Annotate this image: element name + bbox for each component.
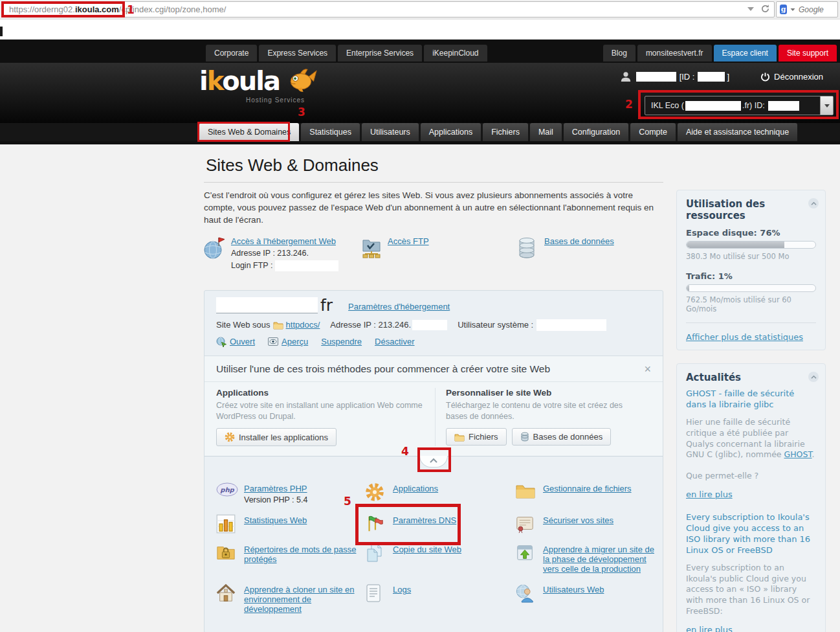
logs-link[interactable]: Logs <box>393 585 411 594</box>
tool-site-copy: Copie du site Web <box>365 545 515 574</box>
tool-clone-site: Apprendre à cloner un site en environnem… <box>216 585 365 614</box>
banner-custom-title: Personnaliser le site Web <box>446 388 641 398</box>
redacted-sysuser <box>536 319 606 331</box>
topnav-corporate[interactable]: Corporate <box>206 45 257 62</box>
banner-custom-text: Téléchargez le contenu de votre site et … <box>446 400 641 422</box>
user-id-open: [ID : <box>680 72 695 82</box>
banner-apps-text: Créez votre site en installant une appli… <box>216 400 425 422</box>
browser-chrome: https://orderng02.ikoula.com/cp/index.cg… <box>0 0 840 40</box>
select-arrow-icon[interactable] <box>820 96 833 115</box>
suspend-link[interactable]: Suspendre <box>321 337 362 346</box>
collapse-resources-icon[interactable] <box>808 198 819 209</box>
php-settings-link[interactable]: Paramètres PHP <box>244 484 307 493</box>
databases-link[interactable]: Bases de données <box>544 236 614 246</box>
search-box[interactable]: g <box>776 1 838 17</box>
folder-icon <box>515 482 537 499</box>
tab-aide-assistance[interactable]: Aide et assistance technique <box>678 123 797 141</box>
install-applications-button[interactable]: Installer les applications <box>216 428 337 446</box>
tab-utilisateurs[interactable]: Utilisateurs <box>362 123 419 141</box>
news-headline-1[interactable]: GHOST - faille de sécurité dans la libra… <box>686 389 816 411</box>
ghost-link[interactable]: GHOST <box>784 449 812 459</box>
read-more-link-2[interactable]: en lire plus <box>686 625 733 632</box>
site-header: Corporate Express Services Enterprise Se… <box>0 40 840 144</box>
hosting-settings-link[interactable]: Paramètres d'hébergement <box>348 302 450 311</box>
collapse-news-icon[interactable] <box>808 372 819 382</box>
tab-compte[interactable]: Compte <box>630 123 676 141</box>
url-toolbar: https://orderng02.ikoula.com/cp/index.cg… <box>0 0 840 19</box>
ftp-access-link[interactable]: Accès FTP <box>388 236 429 246</box>
traffic-label: Trafic: 1% <box>686 271 816 281</box>
search-engine-dropdown-icon[interactable] <box>791 8 795 10</box>
more-statistics-link[interactable]: Afficher plus de statistiques <box>686 332 803 342</box>
goldfish-icon <box>282 64 318 95</box>
copy-pages-icon <box>365 543 387 563</box>
subscription-select[interactable]: IKL Eco ( .fr) ID: <box>645 96 834 115</box>
preview-icon <box>268 337 278 346</box>
tab-fichiers[interactable]: Fichiers <box>483 123 528 141</box>
topnav-enterprise-services[interactable]: Enterprise Services <box>338 45 422 62</box>
disable-link[interactable]: Désactiver <box>375 337 414 346</box>
topnav-monsiteestvert[interactable]: monsiteestvert.fr <box>637 45 712 62</box>
protected-directories-link[interactable]: Répertoires de mots de passe protégés <box>244 545 362 564</box>
search-input[interactable] <box>799 5 834 14</box>
url-scheme: https://orderng02. <box>9 5 75 14</box>
logout-link[interactable]: Déconnexion <box>774 72 823 82</box>
getting-started-banner: Utiliser l'une de ces trois méthodes pou… <box>204 356 663 457</box>
topnav-site-support[interactable]: Site support <box>779 45 837 62</box>
files-button[interactable]: Fichiers <box>446 428 507 446</box>
topnav-express-services[interactable]: Express Services <box>259 45 336 62</box>
tab-mail[interactable]: Mail <box>530 123 562 141</box>
topnav-espace-client[interactable]: Espace client <box>714 45 777 62</box>
redacted-subscription-domain <box>685 101 741 111</box>
tool-applications: Applications <box>365 484 515 504</box>
file-manager-link[interactable]: Gestionnaire de fichiers <box>543 484 632 493</box>
tab-applications[interactable]: Applications <box>421 123 481 141</box>
tab-configuration[interactable]: Configuration <box>564 123 628 141</box>
disk-usage-label: Espace disque: 76% <box>686 228 816 238</box>
preview-link[interactable]: Aperçu <box>282 337 308 346</box>
web-users-link[interactable]: Utilisateurs Web <box>543 585 604 594</box>
tab-statistiques[interactable]: Statistiques <box>301 123 360 141</box>
power-icon <box>760 72 770 82</box>
site-copy-link[interactable]: Copie du site Web <box>393 545 461 554</box>
migrate-site-link[interactable]: Apprendre à migrer un site de la phase d… <box>543 545 659 574</box>
hosting-access-link[interactable]: Accès à l'hébergement Web <box>231 236 336 246</box>
url-domain: ikoula.com <box>75 5 119 14</box>
redacted-ftp-login <box>275 260 338 271</box>
applications-link[interactable]: Applications <box>393 484 438 493</box>
url-dropdown-icon[interactable] <box>747 7 754 11</box>
news-headline-2[interactable]: Every subscription to Ikoula's Cloud giv… <box>686 512 816 556</box>
close-icon[interactable]: × <box>644 363 651 375</box>
logs-document-icon <box>365 583 387 603</box>
tab-sites-web-domaines[interactable]: Sites Web & Domaines <box>199 123 299 141</box>
news-extra-1: Que permet-elle ? <box>686 471 816 482</box>
google-icon: g <box>780 5 787 14</box>
databases-button[interactable]: Bases de données <box>512 428 612 446</box>
httpdocs-link[interactable]: httpdocs/ <box>286 320 320 330</box>
topnav-blog[interactable]: Blog <box>603 45 636 62</box>
secure-sites-link[interactable]: Sécuriser vos sites <box>543 515 613 525</box>
web-statistics-link[interactable]: Statistiques Web <box>244 515 307 525</box>
read-more-link-1[interactable]: en lire plus <box>686 490 733 499</box>
quick-links: Accès à l'hébergement Web Adresse IP : 2… <box>204 236 663 271</box>
user-id-close: ] <box>727 72 729 82</box>
logo-subtitle: Hosting Services <box>246 96 305 104</box>
topnav-ikeepincloud[interactable]: iKeepinCloud <box>424 45 487 62</box>
disk-usage-bar <box>686 241 816 249</box>
clone-site-link[interactable]: Apprendre à cloner un site en environnem… <box>244 585 365 614</box>
globe-flag-icon <box>204 236 227 271</box>
collapse-banner-button[interactable] <box>419 456 448 468</box>
news-body-2: Every subscription to an Ikoula's public… <box>686 563 816 617</box>
database-icon <box>517 236 540 271</box>
header-body: ikoula Hosting Services [ID : <box>0 63 840 123</box>
php-icon: php <box>216 482 238 497</box>
reload-icon[interactable] <box>760 4 770 14</box>
banner-apps-title: Applications <box>216 388 425 398</box>
site-under-label: Site Web sous <box>216 320 271 330</box>
ikoula-logo[interactable]: ikoula Hosting Services <box>199 68 318 95</box>
url-input[interactable]: https://orderng02.ikoula.com/cp/index.cg… <box>3 1 775 17</box>
news-body-1: Hier une faille de sécurité critique a é… <box>686 417 816 461</box>
disk-usage-detail: 380.3 Mo utilisé sur 500 Mo <box>686 252 816 261</box>
open-site-link[interactable]: Ouvert <box>230 337 255 346</box>
dns-settings-link[interactable]: Paramètres DNS <box>393 515 456 525</box>
